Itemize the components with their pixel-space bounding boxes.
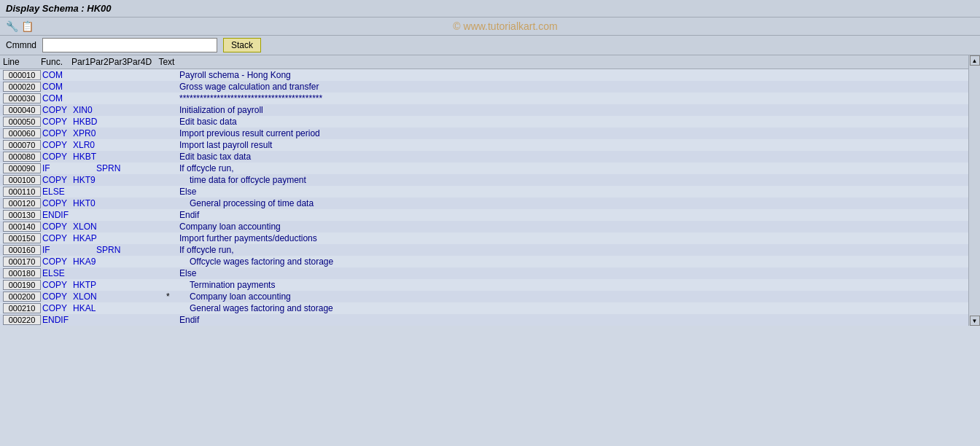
cell-text: If offcycle run, <box>178 163 977 173</box>
cell-par1: XPR0 <box>71 128 95 138</box>
cell-text: Edit basic tax data <box>178 152 977 162</box>
watermark: © www.tutorialkart.com <box>36 20 974 32</box>
cell-line: 000050 <box>3 117 41 127</box>
cell-text: Else <box>178 187 977 197</box>
cell-par2: SPRN <box>95 163 118 173</box>
table-row[interactable]: 000200 COPY XLON * Company loan accounti… <box>0 291 980 302</box>
cell-func: ENDIF <box>41 210 71 220</box>
command-label: Cmmnd <box>6 40 36 50</box>
cell-par2: SPRN <box>95 245 118 255</box>
title-text: Display Schema : HK00 <box>6 3 112 14</box>
table-row[interactable]: 000010 COM Payroll schema - Hong Kong <box>0 69 980 81</box>
cell-text: Company loan accounting <box>178 292 977 302</box>
cell-func: COM <box>41 82 71 92</box>
cell-line: 000070 <box>3 140 41 150</box>
cell-line: 000080 <box>3 152 41 162</box>
table-row[interactable]: 000220 ENDIF Endif <box>0 314 980 326</box>
header-par4: Par4 <box>127 57 145 67</box>
cell-line: 000100 <box>3 175 41 185</box>
cell-text: Payroll schema - Hong Kong <box>178 70 977 80</box>
cell-func: COPY <box>41 233 71 243</box>
table-row[interactable]: 000190 COPY HKTP Termination payments <box>0 279 980 291</box>
cell-text: Else <box>178 268 977 278</box>
table-row[interactable]: 000090 IF SPRN If offcycle run, <box>0 163 980 174</box>
scroll-down-button[interactable]: ▼ <box>970 316 980 326</box>
table-row[interactable]: 000100 COPY HKT9 time data for offcycle … <box>0 174 980 186</box>
cell-line: 000090 <box>3 163 41 173</box>
cell-par1: HKBD <box>71 117 95 127</box>
toolbar: 🔧 📋 © www.tutorialkart.com <box>0 17 980 36</box>
table-row[interactable]: 000170 COPY HKA9 Offcycle wages factorin… <box>0 256 980 267</box>
cell-line: 000190 <box>3 280 41 290</box>
cell-line: 000180 <box>3 268 41 278</box>
header-par2: Par2 <box>90 57 108 67</box>
table-row[interactable]: 000160 IF SPRN If offcycle run, <box>0 244 980 256</box>
scrollbar: ▲ ▼ <box>968 55 980 326</box>
cell-par1: HKTP <box>71 280 95 290</box>
table-row[interactable]: 000030 COM *****************************… <box>0 93 980 104</box>
table-row[interactable]: 000110 ELSE Else <box>0 186 980 197</box>
title-bar: Display Schema : HK00 <box>0 0 980 17</box>
cell-text: Company loan accounting <box>178 222 977 232</box>
table-row[interactable]: 000130 ENDIF Endif <box>0 209 980 221</box>
cell-text: Import previous result current period <box>178 128 977 138</box>
scroll-up-button[interactable]: ▲ <box>970 55 980 66</box>
cell-line: 000040 <box>3 105 41 115</box>
cell-line: 000210 <box>3 303 41 313</box>
cell-text: Import last payroll result <box>178 140 977 150</box>
table-row[interactable]: 000020 COM Gross wage calculation and tr… <box>0 81 980 93</box>
cell-func: COPY <box>41 140 71 150</box>
cell-text: General processing of time data <box>178 198 977 208</box>
table-row[interactable]: 000040 COPY XIN0 Initialization of payro… <box>0 104 980 116</box>
cell-line: 000020 <box>3 82 41 92</box>
table-row[interactable]: 000070 COPY XLR0 Import last payroll res… <box>0 139 980 151</box>
cell-func: COPY <box>41 303 71 313</box>
cell-text: Termination payments <box>178 280 977 290</box>
cell-func: COPY <box>41 105 71 115</box>
cell-text: ****************************************… <box>178 93 977 103</box>
cell-func: COPY <box>41 257 71 267</box>
stack-button[interactable]: Stack <box>223 38 261 52</box>
cell-par1: HKA9 <box>71 257 95 267</box>
table-row[interactable]: 000210 COPY HKAL General wages factoring… <box>0 302 980 314</box>
command-input[interactable] <box>42 38 217 52</box>
cell-par1: HKT0 <box>71 198 95 208</box>
cell-func: COPY <box>41 117 71 127</box>
header-par1: Par1 <box>71 57 90 67</box>
command-bar: Cmmnd Stack <box>0 36 980 55</box>
table-row[interactable]: 000050 COPY HKBD Edit basic data <box>0 116 980 128</box>
cell-par1: HKAL <box>71 303 95 313</box>
cell-func: COM <box>41 70 71 80</box>
cell-line: 000170 <box>3 257 41 267</box>
table-row[interactable]: 000120 COPY HKT0 General processing of t… <box>0 197 980 209</box>
table-row[interactable]: 000150 COPY HKAP Import further payments… <box>0 232 980 244</box>
table-header: Line Func. Par1 Par2 Par3 Par4 D Text <box>0 55 980 69</box>
adjust-icon[interactable]: 🔧 <box>6 20 18 32</box>
cell-line: 000200 <box>3 292 41 302</box>
cell-func: ELSE <box>41 187 71 197</box>
table-row[interactable]: 000080 COPY HKBT Edit basic tax data <box>0 151 980 163</box>
config-icon[interactable]: 📋 <box>21 20 34 32</box>
cell-par1: XLON <box>71 292 95 302</box>
cell-text: Edit basic data <box>178 117 977 127</box>
cell-par1: HKAP <box>71 233 95 243</box>
cell-line: 000110 <box>3 187 41 197</box>
cell-text: Endif <box>178 210 977 220</box>
table-row[interactable]: 000140 COPY XLON Company loan accounting <box>0 221 980 232</box>
cell-func: COPY <box>41 152 71 162</box>
cell-line: 000120 <box>3 198 41 208</box>
cell-line: 000130 <box>3 210 41 220</box>
cell-func: IF <box>41 163 71 173</box>
cell-line: 000010 <box>3 70 41 80</box>
cell-text: Initialization of payroll <box>178 105 977 115</box>
cell-func: COPY <box>41 222 71 232</box>
table-row[interactable]: 000180 ELSE Else <box>0 267 980 279</box>
cell-line: 000150 <box>3 233 41 243</box>
header-text: Text <box>158 57 977 67</box>
header-func: Func. <box>41 57 71 67</box>
cell-line: 000060 <box>3 128 41 138</box>
cell-text: Endif <box>178 315 977 325</box>
cell-text: General wages factoring and storage <box>178 303 977 313</box>
cell-text: Offcycle wages factoring and storage <box>178 257 977 267</box>
table-row[interactable]: 000060 COPY XPR0 Import previous result … <box>0 128 980 139</box>
